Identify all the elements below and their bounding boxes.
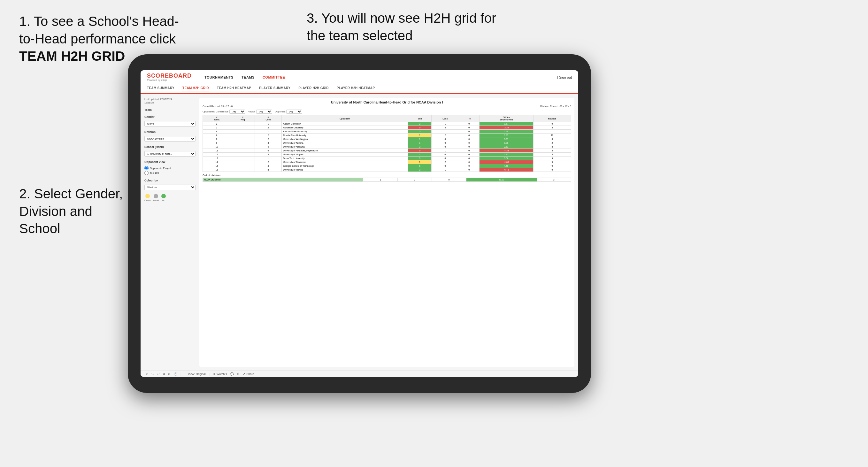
- table-row: 16 3 University of Florida 3 1 0 -6.42 9: [203, 168, 571, 172]
- col-conf: #Conf: [255, 115, 281, 122]
- toolbar-clock[interactable]: 🕐: [174, 372, 177, 376]
- subnav-team-h2h-grid[interactable]: TEAM H2H GRID: [182, 86, 209, 91]
- cell-opponent: Georgia Institute of Technology: [281, 164, 408, 168]
- table-row: 3 2 Vanderbilt University 0 4 0 -2.29 8: [203, 126, 571, 130]
- toolbar-share[interactable]: ↗ Share: [243, 372, 254, 376]
- subnav-team-h2h-heatmap[interactable]: TEAM H2H HEATMAP: [217, 86, 251, 91]
- subnav-player-h2h-grid[interactable]: PLAYER H2H GRID: [299, 86, 329, 91]
- toolbar-add[interactable]: ⊕: [168, 372, 170, 376]
- cell-rounds: 8: [533, 145, 571, 149]
- cell-reg: [231, 145, 255, 149]
- table-row: 10 5 University of Alabama 3 0 0 2.61 8: [203, 145, 571, 149]
- cell-loss: 0: [432, 141, 459, 145]
- main-content: Last Updated: 27/03/2024 16:55:38 Team G…: [141, 94, 578, 377]
- radio-top100[interactable]: Top 100: [145, 171, 195, 175]
- opponent-filter-select[interactable]: (All): [286, 110, 302, 114]
- cell-tie: 0: [459, 153, 479, 157]
- cell-rank: 8: [203, 137, 231, 141]
- toolbar-redo[interactable]: ↪: [151, 372, 154, 376]
- cell-reg: [231, 137, 255, 141]
- toolbar-separator2: |: [209, 372, 210, 376]
- cell-opponent: Auburn University: [281, 122, 408, 126]
- col-reg: #Reg: [231, 115, 255, 122]
- content-area: Last Updated: 27/03/2024 16:55:38 Team G…: [141, 94, 578, 371]
- sign-out-link[interactable]: | Sign out: [557, 75, 572, 79]
- last-updated: Last Updated: 27/03/2024 16:55:38: [145, 98, 195, 104]
- cell-win: 1: [408, 160, 431, 164]
- cell-rank: 12: [203, 153, 231, 157]
- school-select[interactable]: 1. University of Nort...: [145, 151, 195, 157]
- cell-rounds: 3: [533, 153, 571, 157]
- cell-tie: 0: [459, 145, 479, 149]
- filter-row: Opponents: Conference (All) Region (All): [203, 110, 571, 114]
- ood-loss: 0: [397, 178, 432, 182]
- filter-region: Region (All): [248, 110, 273, 114]
- cell-reg: [231, 160, 255, 164]
- cell-rounds: [533, 130, 571, 133]
- annotation-step2: 2. Select Gender, Division and School: [19, 185, 123, 238]
- subnav-player-summary[interactable]: PLAYER SUMMARY: [259, 86, 290, 91]
- tablet-screen: SCOREBOARD Powered by clippi TOURNAMENTS…: [141, 70, 578, 377]
- toolbar-undo[interactable]: ↩: [146, 372, 148, 376]
- cell-conf: 1: [255, 157, 281, 160]
- cell-rank: 14: [203, 160, 231, 164]
- cell-win: 3: [408, 168, 431, 172]
- cell-reg: [231, 168, 255, 172]
- nav-teams[interactable]: TEAMS: [242, 75, 255, 79]
- colour-by-select[interactable]: Win/loss: [145, 185, 195, 190]
- color-legend: Down Level Up: [145, 194, 195, 202]
- subnav-team-summary[interactable]: TEAM SUMMARY: [147, 86, 175, 91]
- table-row: 12 3 University of Virginia 1 0 0 2.33 3: [203, 153, 571, 157]
- table-row: 13 1 Texas Tech University 3 0 0 5.56 9: [203, 157, 571, 160]
- cell-reg: [231, 164, 255, 168]
- cell-reg: [231, 149, 255, 153]
- legend-down-label: Down: [145, 199, 151, 202]
- cell-rank: 15: [203, 164, 231, 168]
- cell-tie: 0: [459, 157, 479, 160]
- cell-loss: 0: [432, 157, 459, 160]
- ood-rounds: 3: [537, 178, 571, 182]
- table-row: 9 3 University of Arizona 1 0 0 9.00 2: [203, 141, 571, 145]
- table-row: 11 6 University of Arkansas, Fayettevill…: [203, 149, 571, 153]
- region-filter-label: Region: [248, 110, 255, 113]
- logo: SCOREBOARD Powered by clippi: [147, 73, 192, 82]
- toolbar-view[interactable]: ☰ View: Original: [184, 372, 206, 376]
- cell-rank: 4: [203, 130, 231, 133]
- nav-tournaments[interactable]: TOURNAMENTS: [205, 75, 234, 79]
- cell-diff: 2.29: [479, 130, 533, 133]
- cell-diff: 9.00: [479, 141, 533, 145]
- toolbar-back[interactable]: ↩: [157, 372, 160, 376]
- cell-loss: 2: [432, 133, 459, 137]
- subnav-player-h2h-heatmap[interactable]: PLAYER H2H HEATMAP: [337, 86, 375, 91]
- region-filter-select[interactable]: (All): [256, 110, 272, 114]
- toolbar-comment[interactable]: 💬: [230, 372, 234, 376]
- cell-conf: 1: [255, 122, 281, 126]
- legend-level-dot: [154, 194, 158, 198]
- cell-tie: 0: [459, 164, 479, 168]
- col-tie: Tie: [459, 115, 479, 122]
- cell-reg: [231, 141, 255, 145]
- col-loss: Loss: [432, 115, 459, 122]
- cell-opponent: University of Alabama: [281, 145, 408, 149]
- cell-diff: -6.42: [479, 168, 533, 172]
- toolbar-copy[interactable]: ⧉: [163, 372, 165, 376]
- cell-diff: -1.00: [479, 160, 533, 164]
- cell-conf: 2: [255, 160, 281, 164]
- cell-rounds: 9: [533, 122, 571, 126]
- radio-opponents-played[interactable]: Opponents Played: [145, 166, 195, 170]
- cell-reg: [231, 126, 255, 130]
- gender-select[interactable]: Men's: [145, 121, 195, 126]
- opponents-label: Opponents:: [203, 110, 215, 113]
- toolbar-grid[interactable]: ⊞: [237, 372, 240, 376]
- cell-rounds: 8: [533, 126, 571, 130]
- grid-title: University of North Carolina Head-to-Hea…: [203, 100, 571, 104]
- cell-rounds: 9: [533, 164, 571, 168]
- cell-loss: 1: [432, 168, 459, 172]
- cell-rounds: 12: [533, 133, 571, 137]
- division-select[interactable]: NCAA Division I: [145, 136, 195, 142]
- cell-conf: 4: [255, 164, 281, 168]
- conference-filter-select[interactable]: (All): [229, 110, 245, 114]
- cell-opponent: University of Florida: [281, 168, 408, 172]
- toolbar-watch[interactable]: 👁 Watch ▾: [213, 372, 227, 376]
- nav-committee[interactable]: COMMITTEE: [262, 75, 285, 79]
